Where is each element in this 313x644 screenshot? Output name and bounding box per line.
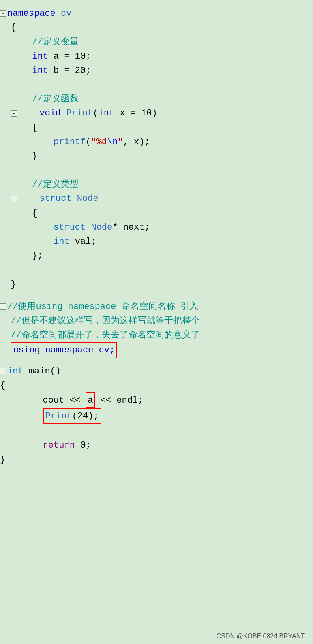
- comment-functions: //定义函数: [32, 94, 78, 104]
- node-ident-next: Node: [91, 222, 112, 232]
- comment-using1: //使用using namespace 命名空间名称 引入: [7, 302, 198, 312]
- print-call-highlighted: Print(24);: [43, 408, 101, 424]
- kw-struct-member: struct: [54, 222, 86, 232]
- struct-name-node: Node: [77, 194, 99, 204]
- gap2: [0, 358, 308, 364]
- footer-text: CSDN @KOBE 0824 BRYANT: [217, 633, 305, 640]
- using-block: -//使用using namespace 命名空间名称 引入 //但是不建议这样…: [0, 300, 308, 358]
- func-name-print: Print: [66, 108, 93, 118]
- comment-using2: //但是不建议这样写，因为这样写就等于把整个: [11, 316, 199, 326]
- using-fold-btn[interactable]: -: [0, 303, 6, 310]
- vline-spacer: [0, 37, 11, 47]
- kw-int-param: int: [98, 108, 114, 118]
- kw-return: return: [43, 440, 75, 450]
- format-string: "%d\n": [91, 137, 123, 147]
- code-block: -namespace cv { //定义变量 int a = 10; int b…: [0, 3, 308, 295]
- struct-fold-btn[interactable]: -: [11, 196, 17, 202]
- kw-int-main: int: [7, 366, 24, 376]
- kw-int-b: int: [32, 66, 48, 76]
- printf-call: printf: [54, 137, 86, 147]
- ns-brace-open: {: [0, 23, 16, 33]
- code-editor: -namespace cv { //定义变量 int a = 10; int b…: [0, 0, 313, 470]
- ns-ident-cv: cv: [61, 9, 71, 19]
- kw-void: void: [39, 108, 61, 118]
- namespace-fold-btn[interactable]: -: [0, 10, 6, 17]
- main-fold-btn[interactable]: -: [0, 368, 6, 374]
- gap1: [0, 295, 308, 300]
- kw-int-val: int: [54, 237, 70, 247]
- comment-variables: //定义变量: [32, 37, 78, 47]
- comment-types: //定义类型: [32, 179, 78, 190]
- var-a-highlighted: a: [86, 392, 95, 408]
- kw-struct: struct: [39, 194, 71, 204]
- comment-using3: //命名空间都展开了，失去了命名空间的意义了: [11, 330, 199, 340]
- kw-namespace: namespace: [7, 9, 56, 19]
- func-fold-btn[interactable]: -: [11, 110, 17, 117]
- main-block: -int main() { cout << a << endl; Print(2…: [0, 364, 308, 467]
- kw-int-a: int: [32, 51, 48, 62]
- using-stmt: using namespace cv;: [11, 342, 117, 358]
